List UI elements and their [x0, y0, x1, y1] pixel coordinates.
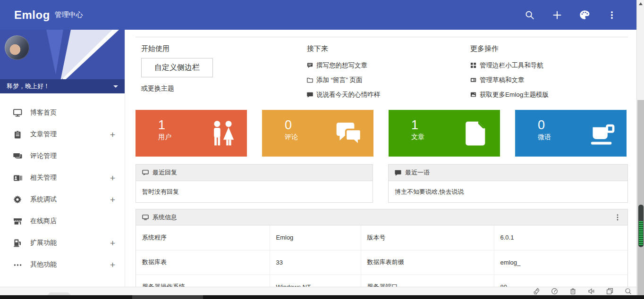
chat-icon — [307, 91, 313, 98]
sidebar-item-system-debug[interactable]: 系统调试 + — [0, 189, 125, 210]
trash-icon[interactable] — [569, 288, 576, 295]
rocket-icon[interactable] — [533, 288, 540, 295]
newspaper-icon — [470, 77, 476, 83]
id-card-icon — [13, 174, 22, 183]
users-icon — [209, 120, 237, 147]
expand-icon[interactable]: + — [110, 195, 115, 204]
expand-icon[interactable]: + — [110, 174, 115, 183]
volume-icon[interactable] — [588, 288, 595, 295]
search-icon[interactable] — [524, 9, 535, 21]
info-label: 数据库表前缀 — [361, 250, 494, 274]
panel-kebab-icon[interactable] — [614, 213, 621, 222]
emlog-logo[interactable]: Emlog — [14, 8, 50, 22]
sidebar-item-store[interactable]: 在线商店 — [0, 210, 125, 232]
no-words-text: 博主不知要说啥,快去说说 — [395, 188, 464, 196]
taskbar-segment — [132, 295, 203, 299]
more-actions-heading: 更多操作 — [470, 43, 628, 54]
monitor-small-icon — [142, 214, 149, 221]
stat-card-articles[interactable]: 1 文章 — [389, 110, 500, 157]
recent-words-body: 博主不知要说啥,快去说说 — [388, 181, 628, 203]
info-label: 服务器端口 — [361, 274, 494, 287]
expand-icon[interactable]: + — [110, 130, 115, 139]
sidebar-item-label: 相关管理 — [30, 174, 57, 182]
theme-palette-icon[interactable] — [579, 9, 590, 21]
main-content: 开始使用 自定义侧边栏 或更换主题 接下来 撰写您的想写文章 添加 “留言” 页… — [125, 30, 636, 287]
recent-words-panel: 最近一语 博主不知要说啥,快去说说 — [388, 164, 628, 203]
comments-icon — [13, 152, 22, 161]
scrollbar-thumb[interactable] — [637, 100, 644, 295]
write-article-link[interactable]: 撰写您的想写文章 — [307, 58, 470, 73]
store-icon — [13, 217, 22, 226]
folder-icon — [307, 77, 313, 83]
get-started-column: 开始使用 自定义侧边栏 或更换主题 — [136, 43, 307, 103]
sidebar-item-label: 系统调试 — [30, 195, 57, 204]
sidebar-item-label: 文章管理 — [30, 130, 57, 139]
comments-icon — [336, 120, 363, 147]
next-steps-heading: 接下来 — [307, 43, 470, 54]
post-mood-link[interactable]: 说说看今天的心情咋样 — [307, 87, 470, 102]
navbar-actions — [524, 9, 618, 21]
monitor-icon — [13, 108, 22, 117]
profile-header: 释梦，晚上好！ — [0, 30, 125, 93]
more-menu-icon[interactable] — [606, 9, 618, 21]
windows-icon[interactable] — [606, 288, 613, 295]
browser-scrollbar[interactable] — [636, 0, 644, 295]
add-icon[interactable] — [551, 9, 563, 21]
recent-replies-body: 暂时没有回复 — [136, 181, 373, 203]
info-value: 80 — [494, 274, 627, 287]
sidebar-item-label: 在线商店 — [30, 217, 57, 225]
sidebar-item-extensions[interactable]: 扩展功能 + — [0, 232, 125, 254]
sidebar-item-comments[interactable]: 评论管理 — [0, 145, 125, 167]
gear-icon — [13, 195, 22, 204]
gauge-icon[interactable] — [551, 288, 558, 295]
next-steps-column: 接下来 撰写您的想写文章 添加 “留言” 页面 说说看今天的心情咋样 — [307, 43, 470, 103]
stat-card-whispers[interactable]: 0 微语 — [515, 110, 627, 157]
expand-icon[interactable]: + — [110, 260, 115, 269]
change-theme-link[interactable]: 或更换主题 — [141, 84, 307, 93]
stat-card-comments[interactable]: 0 评论 — [262, 110, 373, 157]
image-icon — [470, 91, 476, 98]
recent-replies-panel: 最近回复 暂时没有回复 — [136, 164, 373, 203]
ellipsis-icon — [13, 260, 22, 269]
info-label: 数据库表 — [136, 250, 270, 274]
info-value: emlog_ — [494, 250, 627, 274]
manage-drafts-link[interactable]: 管理草稿和文章 — [470, 73, 628, 87]
info-label: 服务器操作系统 — [136, 274, 270, 287]
plugin-icon — [13, 239, 22, 248]
get-started-heading: 开始使用 — [141, 43, 307, 54]
stat-card-users[interactable]: 1 用户 — [136, 110, 247, 157]
table-row: 系统程序 Emlog 版本号 6.0.1 — [136, 225, 627, 250]
sidebar-item-label: 评论管理 — [30, 152, 57, 160]
sidebar-item-other[interactable]: 其他功能 + — [0, 254, 125, 275]
greeting-bar[interactable]: 释梦，晚上好！ — [0, 79, 125, 93]
expand-icon[interactable]: + — [110, 239, 115, 248]
no-replies-text: 暂时没有回复 — [142, 188, 179, 196]
clipboard-icon — [13, 130, 22, 139]
sidebar: 释梦，晚上好！ 博客首页 文章管理 + — [0, 30, 125, 287]
add-guestbook-page-link[interactable]: 添加 “留言” 页面 — [307, 73, 470, 87]
manage-widgets-link[interactable]: 管理边栏小工具和导航 — [470, 58, 628, 73]
grid-icon — [470, 62, 476, 68]
user-avatar[interactable] — [5, 35, 29, 60]
sidebar-item-related[interactable]: 相关管理 + — [0, 167, 125, 189]
file-icon — [462, 120, 490, 147]
sidebar-menu: 博客首页 文章管理 + 评论管理 相关管理 + — [0, 93, 125, 275]
sidebar-item-label: 其他功能 — [30, 260, 57, 269]
sidebar-item-articles[interactable]: 文章管理 + — [0, 124, 125, 145]
table-row: 数据库表 33 数据库表前缀 emlog_ — [136, 250, 627, 274]
zoom-icon[interactable] — [625, 288, 632, 295]
table-row: 服务器操作系统 Windows NT 服务器端口 80 — [136, 274, 627, 287]
sidebar-item-blog-home[interactable]: 博客首页 — [0, 102, 125, 124]
get-themes-link[interactable]: 获取更多Emlog主题模版 — [470, 87, 628, 102]
comment-outline-icon — [142, 169, 149, 176]
more-actions-column: 更多操作 管理边栏小工具和导航 管理草稿和文章 获取更多Emlog主题模版 — [470, 43, 628, 103]
info-label: 系统程序 — [136, 225, 270, 250]
customize-sidebar-button[interactable]: 自定义侧边栏 — [141, 58, 213, 77]
chat-filled-icon — [395, 169, 401, 176]
info-value: 6.0.1 — [494, 225, 627, 250]
sidebar-item-label: 博客首页 — [30, 108, 57, 117]
info-value: Windows NT — [270, 274, 361, 287]
dropdown-caret-icon — [113, 85, 118, 88]
system-info-header: 系统信息 — [136, 209, 627, 225]
scroll-up-arrow-icon[interactable] — [639, 2, 643, 5]
